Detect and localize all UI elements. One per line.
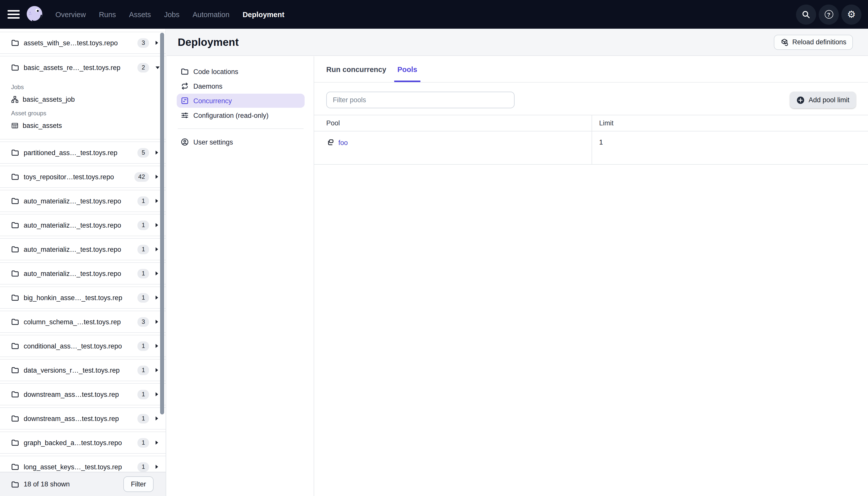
chevron-right-icon[interactable] [156, 416, 158, 420]
hamburger-menu-button[interactable] [7, 10, 20, 19]
nav-item-assets[interactable]: Assets [129, 10, 151, 18]
asset-group-list-item[interactable]: basic_assets [11, 119, 160, 132]
main-area: Deployment Reload definitions [167, 29, 868, 496]
subnav-label: Daemons [193, 82, 223, 90]
asset-count-badge: 1 [138, 220, 149, 230]
subnav-item-user-settings[interactable]: User settings [177, 135, 305, 149]
folder-icon [11, 63, 19, 72]
subnav-label: Concurrency [193, 97, 232, 105]
chevron-right-icon[interactable] [156, 296, 158, 300]
hamburger-bar [7, 14, 20, 15]
chevron-right-icon[interactable] [156, 223, 158, 227]
chevron-right-icon[interactable] [156, 151, 158, 155]
settings-button[interactable]: ⚙ [841, 4, 862, 25]
code-location-name: auto_materializ…_test.toys.repo [23, 270, 138, 277]
job-list-item[interactable]: basic_assets_job [11, 93, 160, 106]
code-location-row[interactable]: downstream_ass…test.toys.rep 1 [0, 407, 165, 430]
asset-groups-section-label: Asset groups [11, 110, 160, 117]
code-location-row[interactable]: partitioned_ass…_test.toys.rep 5 [0, 141, 165, 164]
help-button[interactable]: ? [819, 4, 839, 25]
folder-icon [11, 318, 19, 326]
code-location-card-expanded: basic_assets_re…_test.toys.rep 2 Jobs ba… [0, 56, 165, 139]
concurrency-tabs: Run concurrency Pools [314, 57, 868, 82]
asset-count-badge: 3 [138, 317, 149, 327]
code-location-row[interactable]: assets_with_se…test.toys.repo 3 [0, 32, 165, 54]
code-location-row[interactable]: downstream_ass…test.toys.rep 1 [0, 383, 165, 405]
subnav-item-daemons[interactable]: Daemons [177, 79, 305, 93]
hamburger-bar [7, 10, 20, 11]
code-location-name: auto_materializ…_test.toys.repo [23, 197, 138, 205]
subnav-item-concurrency[interactable]: Concurrency [177, 94, 305, 108]
chevron-right-icon[interactable] [156, 440, 158, 445]
pool-name: foo [338, 139, 348, 146]
code-location-name: downstream_ass…test.toys.rep [23, 390, 138, 398]
asset-count-badge: 3 [138, 38, 149, 48]
chevron-right-icon[interactable] [156, 320, 158, 324]
pool-limit-value: 1 [599, 138, 603, 146]
folder-icon [11, 390, 19, 398]
code-location-name: assets_with_se…test.toys.repo [23, 39, 138, 47]
code-location-row[interactable]: conditional_ass…_test.toys.repo 1 [0, 335, 165, 357]
code-location-name: downstream_ass…test.toys.rep [23, 415, 138, 422]
folder-icon [181, 67, 189, 76]
search-icon [802, 10, 810, 19]
sidebar-filter-button[interactable]: Filter [123, 476, 154, 492]
dagster-logo-icon[interactable] [25, 4, 45, 25]
search-button[interactable] [796, 4, 816, 25]
page-header: Deployment Reload definitions [167, 29, 868, 56]
code-location-row[interactable]: auto_materializ…_test.toys.repo 1 [0, 190, 165, 212]
top-navbar: Overview Runs Assets Jobs Automation Dep… [0, 0, 868, 29]
code-location-name: partitioned_ass…_test.toys.rep [23, 149, 138, 156]
nav-item-runs[interactable]: Runs [99, 10, 116, 18]
chevron-right-icon[interactable] [156, 247, 158, 251]
asset-count-badge: 1 [138, 196, 149, 206]
chevron-right-icon[interactable] [156, 272, 158, 276]
chevron-right-icon[interactable] [156, 392, 158, 396]
code-location-row[interactable]: graph_backed_a…test.toys.repo 1 [0, 432, 165, 454]
subnav-item-code-locations[interactable]: Code locations [177, 64, 305, 79]
chevron-down-icon[interactable] [156, 66, 160, 69]
chevron-right-icon[interactable] [156, 344, 158, 348]
code-location-name: graph_backed_a…test.toys.repo [23, 439, 138, 446]
folder-icon [11, 221, 19, 229]
sidebar-scrollbar[interactable] [160, 33, 164, 415]
sliders-icon [181, 111, 189, 119]
folder-icon [11, 366, 19, 374]
nav-item-deployment[interactable]: Deployment [243, 10, 284, 18]
subnav-label: Code locations [193, 68, 238, 75]
filter-pools-input[interactable] [326, 92, 515, 108]
folder-icon [11, 294, 19, 301]
asset-count-badge: 1 [138, 365, 149, 375]
chevron-right-icon[interactable] [156, 465, 158, 469]
code-location-row[interactable]: column_schema_…test.toys.rep 3 [0, 311, 165, 333]
nav-item-jobs[interactable]: Jobs [164, 10, 179, 18]
code-location-name: conditional_ass…_test.toys.repo [23, 342, 138, 350]
code-location-row[interactable]: data_versions_r…_test.toys.rep 1 [0, 359, 165, 381]
code-location-name: basic_assets_re…_test.toys.rep [23, 64, 138, 71]
nav-item-automation[interactable]: Automation [193, 10, 230, 18]
pool-link[interactable]: foo [326, 138, 348, 146]
pool-table-row: foo 1 [314, 131, 868, 165]
code-location-row[interactable]: auto_materializ…_test.toys.repo 1 [0, 238, 165, 260]
subnav-label: Configuration (read-only) [193, 111, 269, 119]
code-location-row[interactable]: big_honkin_asse…_test.toys.rep 1 [0, 286, 165, 309]
chevron-right-icon[interactable] [156, 199, 158, 203]
code-location-row[interactable]: basic_assets_re…_test.toys.rep 2 [0, 57, 165, 79]
add-pool-limit-button[interactable]: Add pool limit [790, 92, 856, 108]
hamburger-bar [7, 17, 20, 19]
code-location-row[interactable]: toys_repositor…test.toys.repo 42 [0, 166, 165, 188]
code-location-row[interactable]: auto_materializ…_test.toys.repo 1 [0, 214, 165, 236]
asset-count-badge: 1 [138, 293, 149, 303]
reload-definitions-button[interactable]: Reload definitions [774, 34, 853, 50]
chevron-right-icon[interactable] [156, 175, 158, 179]
tab-pools[interactable]: Pools [394, 57, 421, 82]
code-location-row[interactable]: auto_materializ…_test.toys.repo 1 [0, 262, 165, 284]
nav-item-overview[interactable]: Overview [56, 10, 86, 18]
chevron-right-icon[interactable] [156, 368, 158, 372]
subnav-divider [178, 128, 304, 129]
tab-run-concurrency[interactable]: Run concurrency [323, 57, 390, 82]
asset-group-icon [11, 122, 19, 129]
dagster-app: Overview Runs Assets Jobs Automation Dep… [0, 0, 868, 496]
chevron-right-icon[interactable] [156, 41, 158, 45]
subnav-item-configuration[interactable]: Configuration (read-only) [177, 108, 305, 122]
